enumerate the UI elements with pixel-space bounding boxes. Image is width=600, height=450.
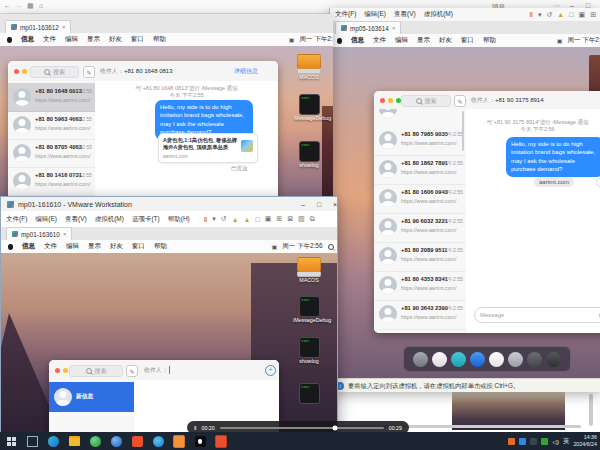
tray-bluetooth-icon[interactable] bbox=[519, 438, 526, 445]
vm-tab-mp01-163610[interactable]: mp01-163610 × bbox=[6, 227, 72, 240]
conversation-item-selected[interactable]: +81 80 1648 0813 下午2:55 https://www.aart… bbox=[8, 83, 95, 112]
menubar-clock[interactable]: 周一 下午2:56 bbox=[568, 36, 600, 45]
taskbar-app-green-icon[interactable] bbox=[89, 435, 101, 447]
desktop-icon-macos[interactable]: MACOS bbox=[294, 54, 324, 80]
conversation-item[interactable]: +81 90 6032 3221 下午2:55 https://www.aart… bbox=[374, 213, 466, 243]
apple-menu-icon[interactable] bbox=[337, 38, 342, 44]
seek-handle[interactable] bbox=[332, 425, 337, 430]
taskbar-app-orange-icon[interactable] bbox=[131, 435, 143, 447]
menu-edit[interactable]: 编辑 bbox=[66, 242, 79, 251]
tray-app-green-icon[interactable] bbox=[541, 438, 548, 445]
pause-icon[interactable]: ‖ bbox=[194, 425, 196, 431]
menu-messages[interactable]: 信息 bbox=[22, 242, 35, 251]
seek-bar[interactable] bbox=[220, 427, 384, 429]
conversation-item[interactable]: +81 80 1416 0731 下午2:55 https://www.aart… bbox=[8, 167, 95, 196]
menu-file[interactable]: 文件(F) bbox=[6, 215, 27, 224]
close-window-icon[interactable] bbox=[380, 98, 385, 103]
to-value[interactable]: +81 90 3175 8914 bbox=[495, 97, 544, 104]
vmware-tools-icon[interactable]: ▣ bbox=[271, 243, 277, 250]
dock-settings-icon[interactable] bbox=[546, 352, 561, 367]
traffic-lights[interactable] bbox=[380, 98, 401, 103]
search-input[interactable]: 搜索 bbox=[69, 365, 123, 377]
menu-messages[interactable]: 信息 bbox=[351, 36, 364, 45]
menu-window[interactable]: 窗口 bbox=[132, 242, 145, 251]
desktop-icon-macos[interactable]: MACOS bbox=[293, 257, 325, 283]
dock-messages-icon[interactable] bbox=[527, 352, 542, 367]
desktop-icon-showlog[interactable]: showlog bbox=[293, 337, 325, 364]
panel-icon[interactable]: ▥ bbox=[298, 215, 305, 223]
tab-close-icon[interactable]: × bbox=[392, 25, 396, 31]
multi-monitor-icon[interactable]: ⧉ bbox=[310, 215, 315, 223]
minimize-window-icon[interactable] bbox=[22, 69, 27, 74]
desktop-icon-showlog[interactable]: showlog bbox=[294, 141, 324, 168]
undo-icon[interactable]: ↺ bbox=[221, 215, 227, 223]
menu-file[interactable]: 文件 bbox=[44, 242, 57, 251]
start-button[interactable] bbox=[5, 435, 17, 447]
menu-buddies[interactable]: 好友 bbox=[110, 242, 123, 251]
menu-help[interactable]: 帮助 bbox=[153, 35, 166, 44]
home-icon[interactable]: ⌂ bbox=[39, 2, 43, 10]
list-scrollbar[interactable] bbox=[462, 111, 464, 151]
taskbar-clock[interactable]: 14:36 2024/6/24 bbox=[573, 434, 597, 447]
menu-file[interactable]: 文件 bbox=[373, 36, 386, 45]
spotlight-icon[interactable] bbox=[328, 244, 334, 250]
conversation-item[interactable]: +81 80 4353 8341 下午2:55 https://www.aart… bbox=[374, 271, 466, 301]
close-window-icon[interactable] bbox=[55, 368, 60, 373]
tab-close-icon[interactable]: × bbox=[62, 24, 66, 30]
undo-icon[interactable]: ↺ bbox=[546, 11, 552, 19]
input-language-indicator[interactable]: 英 bbox=[563, 437, 570, 446]
vmware-tools-icon[interactable]: ▣ bbox=[557, 37, 563, 44]
menu-buddies[interactable]: 好友 bbox=[439, 36, 452, 45]
menu-view[interactable]: 查看(V) bbox=[394, 10, 416, 19]
menu-edit[interactable]: 编辑 bbox=[65, 35, 78, 44]
window-titlebar[interactable]: mp01-161610 - VMware Workstation – □ × bbox=[1, 197, 338, 211]
snapshot-icon[interactable]: ▲ bbox=[232, 216, 239, 223]
search-input[interactable]: 搜索 bbox=[401, 95, 451, 107]
vm-tab-mp05-163614[interactable]: mp05-163614 × bbox=[335, 21, 401, 34]
menu-window[interactable]: 窗口 bbox=[131, 35, 144, 44]
taskbar-app-orange2-icon[interactable] bbox=[173, 435, 185, 447]
library-icon[interactable]: ⊠ bbox=[287, 215, 293, 223]
minimize-window-icon[interactable] bbox=[388, 98, 393, 103]
menu-file[interactable]: 文件 bbox=[43, 35, 56, 44]
fullscreen-icon[interactable]: □ bbox=[256, 216, 260, 223]
menu-edit[interactable]: 编辑 bbox=[395, 36, 408, 45]
menu-vm[interactable]: 虚拟机(M) bbox=[95, 215, 124, 224]
console-icon[interactable]: ⊞ bbox=[276, 215, 282, 223]
add-recipient-button[interactable]: + bbox=[265, 365, 276, 376]
revert-icon[interactable]: ▲ bbox=[244, 216, 251, 223]
tray-app-dark-icon[interactable] bbox=[530, 438, 537, 445]
menu-buddies[interactable]: 好友 bbox=[109, 35, 122, 44]
details-button[interactable]: 详细信息 bbox=[234, 68, 258, 75]
menubar-clock[interactable]: 周一 下午2:56 bbox=[282, 242, 322, 251]
tab-close-icon[interactable]: × bbox=[63, 231, 67, 237]
vmware-tools-icon[interactable]: ▣ bbox=[289, 36, 295, 43]
message-bubble-sent[interactable]: Hello, my side is to do high imitation b… bbox=[506, 137, 600, 177]
link-loading-bubble[interactable]: aartmt.com bbox=[534, 177, 574, 187]
menu-view[interactable]: 显示 bbox=[87, 35, 100, 44]
minimize-button[interactable]: – bbox=[295, 201, 311, 208]
maximize-button[interactable]: □ bbox=[311, 201, 327, 208]
dock-photos-icon[interactable] bbox=[508, 352, 523, 367]
console-icon[interactable]: ⊞ bbox=[590, 11, 596, 19]
compose-button[interactable]: ✎ bbox=[126, 365, 138, 377]
menu-view[interactable]: 显示 bbox=[88, 242, 101, 251]
menu-help[interactable]: 帮助 bbox=[483, 36, 496, 45]
menu-edit[interactable]: 编辑(E) bbox=[364, 10, 386, 19]
unity-icon[interactable]: ▣ bbox=[265, 215, 272, 223]
volume-icon[interactable]: ◁) bbox=[552, 438, 559, 445]
dropdown-icon[interactable]: ▾ bbox=[538, 11, 542, 19]
unity-icon[interactable]: ▣ bbox=[579, 11, 586, 19]
search-input[interactable]: 搜索 bbox=[30, 66, 79, 78]
menu-file[interactable]: 文件(F) bbox=[335, 10, 356, 19]
conversation-item[interactable]: +81 90 3643 2390 下午2:55 https://www.aart… bbox=[374, 300, 466, 330]
conversation-item[interactable]: +81 80 1862 7891 下午2:55 https://www.aart… bbox=[374, 155, 466, 185]
taskbar-app-blue-icon[interactable] bbox=[110, 435, 122, 447]
forward-icon[interactable]: → bbox=[15, 2, 22, 10]
menu-window[interactable]: 窗口 bbox=[461, 36, 474, 45]
menu-messages[interactable]: 信息 bbox=[21, 35, 34, 44]
taskbar-edge-icon[interactable] bbox=[47, 435, 59, 447]
dock-finder-icon[interactable] bbox=[413, 352, 428, 367]
dock-safari-icon[interactable] bbox=[451, 352, 466, 367]
conversation-item[interactable]: +81 80 1606 0943 下午2:55 https://www.aart… bbox=[374, 184, 466, 214]
